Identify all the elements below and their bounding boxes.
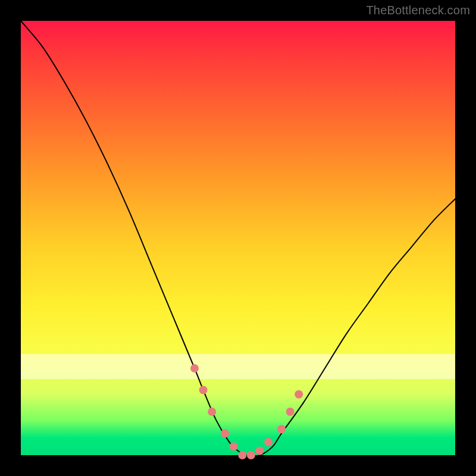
marker-dot (238, 451, 246, 459)
marker-group (190, 364, 303, 459)
bottleneck-curve (21, 21, 455, 456)
marker-dot (221, 430, 229, 438)
marker-dot (230, 442, 238, 450)
marker-dot (247, 451, 255, 459)
chart-stage: TheBottleneck.com (0, 0, 476, 476)
marker-dot (256, 447, 264, 455)
marker-dot (264, 438, 273, 446)
marker-dot (208, 408, 216, 416)
watermark-text: TheBottleneck.com (366, 4, 470, 17)
marker-dot (295, 390, 303, 399)
plot-area (21, 21, 455, 455)
marker-dot (286, 408, 295, 416)
marker-dot (277, 425, 286, 433)
marker-dot (199, 386, 208, 394)
curve-layer (21, 21, 455, 455)
marker-dot (190, 364, 199, 372)
